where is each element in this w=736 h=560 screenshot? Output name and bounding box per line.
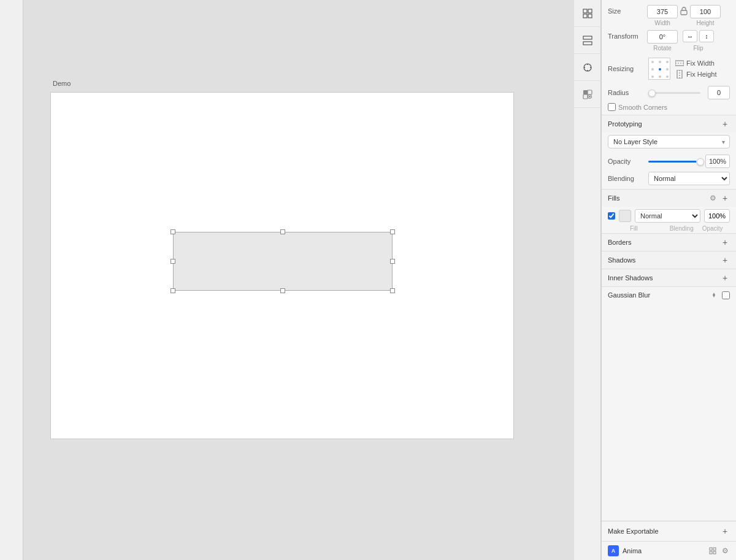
fills-label: Fills xyxy=(608,194,620,202)
height-label: Height xyxy=(697,20,715,26)
panel-spacer xyxy=(602,303,736,521)
width-input[interactable] xyxy=(647,5,678,18)
transform-section: Transform Rotate ↔ ↕ Flip xyxy=(602,26,736,52)
radius-label: Radius xyxy=(608,89,645,96)
svg-rect-1 xyxy=(588,9,592,13)
rotate-group: Rotate xyxy=(647,30,678,52)
blending-label: Blending xyxy=(608,175,645,182)
opacity-input[interactable] xyxy=(705,155,730,168)
fills-gear-btn[interactable]: ⚙ xyxy=(708,193,718,203)
svg-rect-20 xyxy=(677,70,682,79)
anima-label: Anima xyxy=(623,547,704,554)
selection-border xyxy=(173,232,393,291)
shadows-add-btn[interactable]: + xyxy=(720,255,730,265)
artboard[interactable] xyxy=(50,92,514,439)
shadows-label: Shadows xyxy=(608,256,635,264)
resizing-grid[interactable] xyxy=(648,58,670,80)
svg-rect-13 xyxy=(583,94,588,99)
prototyping-label: Prototyping xyxy=(608,120,642,128)
left-toolbar xyxy=(0,0,23,560)
svg-rect-23 xyxy=(713,548,716,550)
fills-header: Fills ⚙ + xyxy=(602,189,736,207)
fill-opacity-input[interactable] xyxy=(704,209,730,223)
gaussian-blur-checkbox[interactable] xyxy=(722,291,730,299)
width-label: Width xyxy=(654,20,670,26)
gaussian-blur-label: Gaussian Blur xyxy=(608,291,706,299)
handle-mid-right[interactable] xyxy=(390,259,395,264)
radius-thumb[interactable] xyxy=(648,90,656,97)
borders-header: Borders + xyxy=(602,233,736,251)
gaussian-blur-row: Gaussian Blur xyxy=(602,286,736,303)
transform-label: Transform xyxy=(608,30,645,40)
flip-h-btn[interactable]: ↔ xyxy=(683,30,697,42)
radius-slider[interactable] xyxy=(648,92,700,94)
smooth-corners-row: Smooth Corners xyxy=(602,103,736,115)
fix-height-label: Fix Height xyxy=(686,71,717,78)
blending-select-wrapper: Normal xyxy=(648,172,730,185)
fill-item: Normal xyxy=(602,207,736,225)
make-exportable-add-btn[interactable]: + xyxy=(720,526,730,536)
lock-icon[interactable] xyxy=(680,5,688,15)
selected-element[interactable] xyxy=(173,232,393,291)
opacity-thumb[interactable] xyxy=(697,158,704,166)
svg-rect-17 xyxy=(681,10,687,15)
radius-row: Radius xyxy=(602,83,736,103)
smooth-corners-label: Smooth Corners xyxy=(618,104,667,111)
smooth-corners-checkbox[interactable] xyxy=(608,103,616,111)
blending-sublabel: Blending xyxy=(670,225,694,232)
size-section: Size Width Height xyxy=(602,0,736,26)
panel-btn-layout[interactable] xyxy=(574,0,601,27)
layer-style-row: No Layer Style xyxy=(602,132,736,152)
opacity-slider[interactable] xyxy=(648,161,702,163)
rotate-input[interactable] xyxy=(647,30,678,44)
handle-top-center[interactable] xyxy=(280,229,285,234)
prototyping-add-btn[interactable]: + xyxy=(720,119,730,129)
svg-rect-4 xyxy=(583,36,592,39)
blending-select[interactable]: Normal xyxy=(648,172,730,185)
handle-bottom-left[interactable] xyxy=(171,288,175,293)
flip-v-btn[interactable]: ↕ xyxy=(699,30,714,42)
canvas-area: Demo xyxy=(23,0,574,560)
fix-height-option[interactable]: Fix Height xyxy=(675,70,717,79)
borders-add-btn[interactable]: + xyxy=(720,237,730,247)
rotate-label: Rotate xyxy=(653,45,671,52)
fix-width-option[interactable]: Fix Width xyxy=(675,59,717,67)
svg-rect-12 xyxy=(588,90,592,94)
svg-rect-2 xyxy=(583,14,587,18)
make-exportable-label: Make Exportable xyxy=(608,527,659,535)
height-input[interactable] xyxy=(690,5,721,18)
flip-controls: ↔ ↕ Flip xyxy=(683,30,714,52)
fill-blending-select[interactable]: Normal xyxy=(635,209,700,223)
radius-input[interactable] xyxy=(708,86,730,99)
fill-label: Fill xyxy=(630,225,638,232)
svg-rect-18 xyxy=(675,61,684,66)
panel-btn-inspect[interactable] xyxy=(574,54,601,81)
panel-btn-assets[interactable] xyxy=(574,81,601,108)
size-label: Size xyxy=(608,5,645,15)
svg-rect-5 xyxy=(583,42,592,45)
inner-shadows-add-btn[interactable]: + xyxy=(720,273,730,283)
fix-width-label: Fix Width xyxy=(686,59,715,67)
layer-style-select-wrapper: No Layer Style xyxy=(608,135,730,148)
shadows-header: Shadows + xyxy=(602,251,736,269)
anima-gear-btn[interactable]: ⚙ xyxy=(720,546,730,556)
opacity-sublabel: Opacity xyxy=(702,225,723,232)
handle-bottom-center[interactable] xyxy=(280,288,285,293)
svg-rect-11 xyxy=(583,90,588,94)
anima-layers-btn[interactable] xyxy=(708,546,718,556)
fill-labels-row: Fill Blending Opacity xyxy=(602,225,736,233)
handle-top-right[interactable] xyxy=(390,229,395,234)
svg-rect-25 xyxy=(713,551,716,554)
svg-rect-3 xyxy=(588,14,592,18)
handle-bottom-right[interactable] xyxy=(390,288,395,293)
resizing-label: Resizing xyxy=(608,65,645,72)
layer-style-select[interactable]: No Layer Style xyxy=(608,135,730,148)
fix-options: Fix Width Fix Height xyxy=(675,59,717,79)
handle-mid-left[interactable] xyxy=(171,259,175,264)
fill-checkbox[interactable] xyxy=(608,212,615,220)
panel-btn-layers[interactable] xyxy=(574,27,601,54)
handle-top-left[interactable] xyxy=(171,229,175,234)
fills-add-btn[interactable]: + xyxy=(720,193,730,203)
fill-color-swatch[interactable] xyxy=(619,210,631,222)
fills-actions: ⚙ + xyxy=(708,193,730,203)
